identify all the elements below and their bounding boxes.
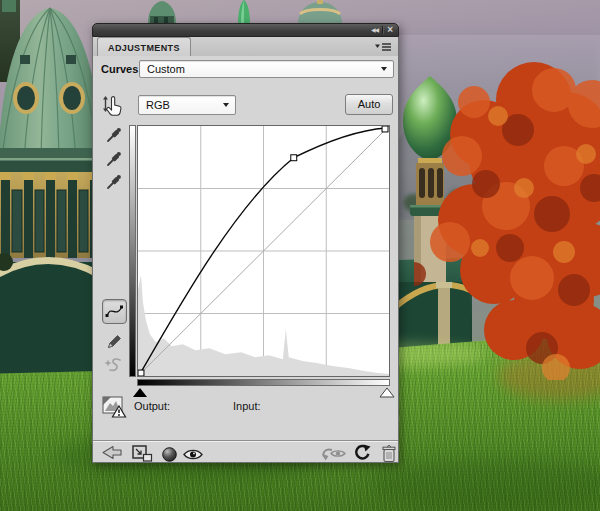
titlebar-divider [382,26,383,34]
screenshot-stage: ◀◀ × ADJUSTMENTS Curves Custom [0,0,600,511]
output-label: Output: [134,400,170,412]
switch-panel-view-icon[interactable] [131,444,154,463]
reset-adjustment-icon[interactable] [353,444,371,462]
shadow-input-slider[interactable] [133,388,147,397]
panel-menu-icon[interactable] [375,42,392,52]
panel-titlebar[interactable]: ◀◀ × [92,23,399,37]
return-to-adjustment-list-icon[interactable] [100,444,124,461]
curve-point-mid[interactable] [291,155,297,161]
input-gradient-bar [137,379,390,386]
channel-value: RGB [145,99,223,111]
adjustment-type-label: Curves [101,63,138,75]
view-previous-state-icon[interactable] [320,447,346,461]
black-point-eyedropper-icon[interactable] [106,126,122,143]
tab-adjustments[interactable]: ADJUSTMENTS [97,37,191,56]
histogram-refresh-warning-icon[interactable] [102,395,127,419]
highlight-input-slider[interactable] [380,388,394,397]
channel-dropdown[interactable]: RGB [138,95,236,115]
targeted-adjustment-tool-icon[interactable] [100,92,124,120]
red-autumn-tree [414,38,600,380]
layer-visibility-eye-icon[interactable] [183,448,203,461]
delete-adjustment-trash-icon[interactable] [381,444,397,463]
adjustments-panel: ◀◀ × ADJUSTMENTS Curves Custom [92,23,399,463]
footer-separator [93,440,398,441]
cathedral-dome-building [0,0,100,385]
skyline-domes [138,0,353,24]
chevron-down-icon [381,67,387,71]
edit-points-tool-button[interactable] [102,299,127,324]
smooth-curve-tool-icon[interactable] [102,355,124,377]
curve-point-highlights[interactable] [382,126,388,132]
curve-point-shadows[interactable] [138,370,144,376]
gray-point-eyedropper-icon[interactable] [106,150,122,167]
pencil-tool-icon[interactable] [105,332,124,351]
panel-tab-bar: ADJUSTMENTS [92,37,399,56]
input-label: Input: [233,400,261,412]
output-gradient-bar [129,125,136,377]
clip-to-layer-icon[interactable] [161,446,178,463]
curves-graph[interactable] [137,125,390,377]
input-slider-row [131,387,395,398]
panel-body: Curves Custom RGB Auto [92,56,399,463]
preset-value: Custom [146,63,381,75]
collapse-to-icons-icon[interactable]: ◀◀ [371,27,378,33]
close-icon[interactable]: × [387,25,393,35]
chevron-down-icon [223,103,229,107]
auto-button[interactable]: Auto [345,94,393,115]
white-point-eyedropper-icon[interactable] [106,173,122,190]
preset-dropdown[interactable]: Custom [139,60,394,78]
curve-squiggle-icon [103,300,126,323]
